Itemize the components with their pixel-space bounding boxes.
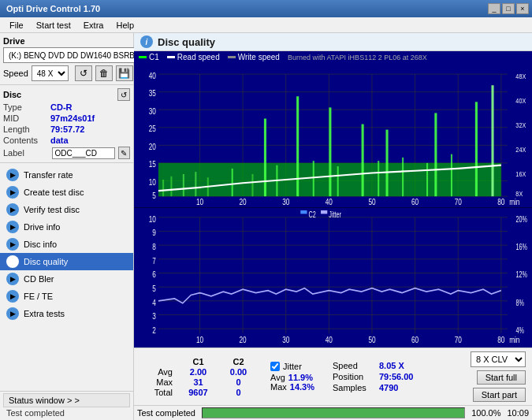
svg-rect-44: [385, 130, 388, 197]
nav-disc-info-label: Disc info: [24, 240, 57, 249]
svg-text:30: 30: [282, 335, 289, 345]
svg-text:12%: 12%: [515, 270, 526, 280]
nav-transfer-rate-label: Transfer rate: [24, 170, 73, 180]
charts-area: C1 Read speed Write speed Burned with AT…: [134, 51, 532, 348]
drive-select[interactable]: (K:) BENQ DVD DD DW1640 BSRB: [3, 47, 151, 63]
mid-value: 97m24s01f: [50, 113, 95, 123]
upper-chart-container: 40 35 30 25 20 15 10 5 10 20 30 40 50 60…: [134, 63, 532, 208]
total-label: Total: [140, 388, 176, 397]
svg-rect-43: [362, 125, 364, 197]
nav-create-test-disc[interactable]: ▶ Create test disc: [0, 184, 133, 201]
verify-test-disc-icon: ▶: [6, 203, 19, 216]
create-test-disc-icon: ▶: [6, 186, 19, 199]
nav-verify-test-disc[interactable]: ▶ Verify test disc: [0, 201, 133, 218]
nav-extra-tests[interactable]: ▶ Extra tests: [0, 305, 133, 322]
jitter-checkbox[interactable]: [270, 362, 280, 371]
svg-text:9: 9: [152, 228, 156, 238]
nav-fe-te[interactable]: ▶ FE / TE: [0, 288, 133, 305]
nav-cd-bler[interactable]: ▶ CD Bler: [0, 270, 133, 288]
speed-row: Speed 48 X ↺ 🗑 💾: [3, 65, 130, 81]
transfer-rate-icon: ▶: [6, 169, 19, 181]
left-panel: Drive (K:) BENQ DVD DD DW1640 BSRB ⏏ Spe…: [0, 33, 134, 420]
label-input[interactable]: [52, 147, 115, 159]
status-window-button[interactable]: Status window > >: [3, 393, 130, 407]
nav-drive-info[interactable]: ▶ Drive info: [0, 218, 133, 236]
main-layout: Drive (K:) BENQ DVD DD DW1640 BSRB ⏏ Spe…: [0, 33, 532, 420]
test-completed-label: Test completed: [3, 407, 130, 418]
max-label: Max: [140, 377, 176, 387]
jitter-avg-label: Avg: [270, 373, 285, 382]
length-value: 79:57.72: [50, 125, 84, 134]
type-value: CD-R: [50, 102, 73, 112]
svg-rect-61: [451, 154, 452, 197]
menu-start-test[interactable]: Start test: [30, 19, 77, 32]
maximize-button[interactable]: □: [502, 3, 515, 14]
menu-extra[interactable]: Extra: [77, 19, 110, 32]
svg-text:35: 35: [149, 88, 157, 98]
svg-text:20%: 20%: [515, 215, 526, 225]
svg-text:20: 20: [240, 335, 247, 345]
refresh-drive-button[interactable]: ↺: [75, 65, 92, 81]
max-c2-value: 0: [221, 377, 256, 387]
stats-table: C1 C2 Avg 2.00 0.00 Max 31 0 Total 9607 …: [140, 357, 256, 397]
drive-info-icon: ▶: [6, 221, 19, 233]
svg-text:5: 5: [152, 191, 156, 201]
disc-type-row: Type CD-R: [3, 102, 130, 112]
svg-text:8: 8: [152, 242, 156, 252]
svg-text:25: 25: [149, 124, 157, 134]
menubar: File Start test Extra Help: [0, 17, 532, 33]
svg-text:70: 70: [455, 335, 462, 345]
lower-chart-container: 10 9 8 7 6 5 4 3 2 10 20 30 40 50 60 70: [134, 208, 532, 348]
svg-text:2: 2: [152, 325, 156, 336]
svg-text:40: 40: [326, 197, 333, 207]
disc-refresh-button[interactable]: ↺: [117, 88, 130, 101]
contents-label: Contents: [3, 136, 50, 145]
speed-label: Speed: [3, 69, 28, 78]
erase-button[interactable]: 🗑: [95, 65, 113, 81]
disc-header: Disc ↺: [3, 88, 130, 101]
upper-chart-svg: 40 35 30 25 20 15 10 5 10 20 30 40 50 60…: [134, 63, 532, 207]
disc-section: Disc ↺ Type CD-R MID 97m24s01f Length 79…: [0, 85, 133, 163]
nav-drive-info-label: Drive info: [24, 222, 60, 232]
svg-rect-48: [162, 180, 164, 196]
bottom-statusbar: Test completed 100.0% 10:09: [134, 405, 532, 420]
menu-file[interactable]: File: [3, 19, 30, 32]
avg-label: Avg: [140, 367, 176, 377]
legend-read-label: Read speed: [177, 53, 220, 61]
drive-select-row: (K:) BENQ DVD DD DW1640 BSRB ⏏: [3, 47, 130, 63]
start-full-button[interactable]: Start full: [477, 370, 526, 385]
legend-read-speed: Read speed: [167, 53, 220, 61]
data-row: C1 C2 Avg 2.00 0.00 Max 31 0 Total 9607 …: [140, 351, 526, 402]
read-speed-legend-dot: [167, 56, 175, 58]
contents-value: data: [50, 136, 69, 145]
svg-text:20: 20: [149, 142, 157, 152]
nav-disc-info[interactable]: ▶ Disc info: [0, 236, 133, 253]
close-button[interactable]: ×: [516, 3, 529, 14]
disc-label-row: Label ✎: [3, 147, 130, 159]
speed-mode-select[interactable]: 8 X CLV: [471, 351, 526, 367]
svg-text:30: 30: [282, 197, 290, 207]
total-c2-value: 0: [221, 388, 256, 397]
svg-text:8X: 8X: [515, 189, 523, 198]
svg-rect-47: [491, 85, 493, 196]
speed-select[interactable]: 48 X: [32, 65, 69, 81]
label-label: Label: [3, 148, 49, 158]
minimize-button[interactable]: _: [488, 3, 500, 14]
start-part-button[interactable]: Start part: [473, 388, 526, 402]
menu-help[interactable]: Help: [110, 19, 140, 32]
progress-percent: 100.0%: [471, 408, 500, 418]
label-edit-button[interactable]: ✎: [118, 147, 130, 159]
save-button[interactable]: 💾: [116, 65, 133, 81]
nav-disc-quality[interactable]: ▶ Disc quality: [0, 253, 133, 270]
nav-create-test-disc-label: Create test disc: [24, 188, 84, 197]
length-label: Length: [3, 125, 50, 134]
empty-header: [140, 357, 176, 366]
status-window-label: Status window > >: [9, 396, 80, 405]
svg-text:40X: 40X: [515, 96, 526, 105]
legend-burned: Burned with ATAPI iHBS112 2 PL06 at 268X: [288, 54, 427, 61]
svg-rect-53: [232, 169, 233, 196]
nav-transfer-rate[interactable]: ▶ Transfer rate: [0, 166, 133, 184]
svg-rect-104: [321, 210, 327, 214]
jitter-max-value: 14.3%: [290, 382, 314, 392]
svg-text:10: 10: [149, 214, 156, 224]
